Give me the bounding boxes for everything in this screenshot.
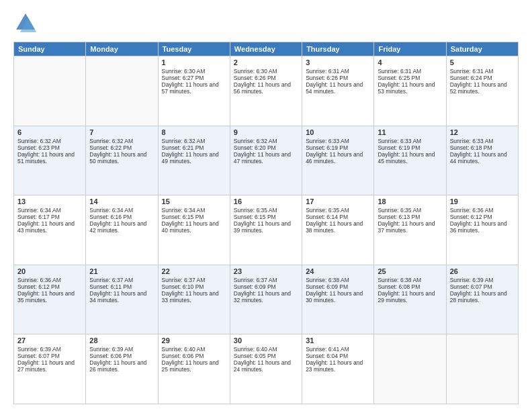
day-number: 28 — [89, 336, 154, 345]
calendar-cell: 16Sunrise: 6:35 AMSunset: 6:15 PMDayligh… — [230, 195, 302, 265]
calendar-cell: 15Sunrise: 6:34 AMSunset: 6:15 PMDayligh… — [158, 195, 230, 265]
calendar-cell: 6Sunrise: 6:32 AMSunset: 6:23 PMDaylight… — [14, 126, 86, 195]
calendar-cell: 30Sunrise: 6:40 AMSunset: 6:05 PMDayligh… — [230, 334, 302, 404]
cell-info: Daylight: 11 hours and 34 minutes. — [89, 290, 154, 304]
cell-info: Daylight: 11 hours and 27 minutes. — [17, 359, 82, 373]
cell-info: Sunset: 6:26 PM — [234, 75, 298, 81]
calendar-cell: 4Sunrise: 6:31 AMSunset: 6:25 PMDaylight… — [374, 56, 446, 126]
day-number: 5 — [450, 58, 515, 66]
cell-info: Sunset: 6:24 PM — [450, 75, 515, 81]
cell-info: Sunset: 6:06 PM — [162, 353, 226, 359]
cell-info: Daylight: 11 hours and 51 minutes. — [17, 151, 82, 165]
cell-info: Sunset: 6:22 PM — [89, 144, 154, 151]
col-header-thursday: Thursday — [302, 42, 374, 56]
cell-info: Sunset: 6:19 PM — [378, 144, 442, 151]
cell-info: Sunset: 6:26 PM — [306, 75, 370, 81]
calendar-cell: 14Sunrise: 6:34 AMSunset: 6:16 PMDayligh… — [86, 195, 158, 265]
cell-info: Daylight: 11 hours and 42 minutes. — [89, 220, 154, 234]
cell-info: Sunrise: 6:32 AM — [234, 138, 298, 144]
day-number: 11 — [378, 128, 442, 136]
cell-info: Sunrise: 6:36 AM — [17, 277, 82, 283]
cell-info: Daylight: 11 hours and 26 minutes. — [89, 359, 154, 373]
cell-info: Daylight: 11 hours and 46 minutes. — [306, 151, 370, 165]
cell-info: Daylight: 11 hours and 47 minutes. — [234, 151, 298, 165]
cell-info: Daylight: 11 hours and 37 minutes. — [378, 220, 442, 234]
cell-info: Sunset: 6:15 PM — [162, 214, 226, 220]
cell-info: Sunrise: 6:37 AM — [89, 277, 154, 283]
calendar-cell — [374, 334, 446, 404]
week-row-3: 13Sunrise: 6:34 AMSunset: 6:17 PMDayligh… — [14, 195, 519, 265]
cell-info: Sunset: 6:13 PM — [378, 214, 442, 220]
cell-info: Sunset: 6:05 PM — [234, 353, 298, 359]
day-number: 29 — [162, 336, 226, 345]
calendar-cell: 13Sunrise: 6:34 AMSunset: 6:17 PMDayligh… — [14, 195, 86, 265]
cell-info: Sunset: 6:15 PM — [234, 214, 298, 220]
cell-info: Sunrise: 6:33 AM — [450, 138, 515, 144]
cell-info: Sunrise: 6:32 AM — [17, 138, 82, 144]
header — [13, 11, 519, 35]
cell-info: Daylight: 11 hours and 43 minutes. — [17, 220, 82, 234]
calendar-cell: 20Sunrise: 6:36 AMSunset: 6:12 PMDayligh… — [14, 265, 86, 334]
day-number: 16 — [234, 197, 298, 205]
cell-info: Sunset: 6:07 PM — [17, 353, 82, 359]
day-number: 19 — [450, 197, 515, 205]
cell-info: Sunset: 6:09 PM — [306, 283, 370, 290]
calendar-cell: 24Sunrise: 6:38 AMSunset: 6:09 PMDayligh… — [302, 265, 374, 334]
calendar-cell — [86, 56, 158, 126]
cell-info: Daylight: 11 hours and 32 minutes. — [234, 290, 298, 304]
day-number: 31 — [306, 336, 370, 345]
day-number: 20 — [17, 267, 82, 275]
week-row-4: 20Sunrise: 6:36 AMSunset: 6:12 PMDayligh… — [14, 265, 519, 334]
cell-info: Sunrise: 6:33 AM — [306, 138, 370, 144]
cell-info: Daylight: 11 hours and 39 minutes. — [234, 220, 298, 234]
day-number: 27 — [17, 336, 82, 345]
cell-info: Sunset: 6:27 PM — [162, 75, 226, 81]
cell-info: Sunset: 6:12 PM — [17, 283, 82, 290]
col-header-friday: Friday — [374, 42, 446, 56]
col-header-wednesday: Wednesday — [230, 42, 302, 56]
calendar-cell: 29Sunrise: 6:40 AMSunset: 6:06 PMDayligh… — [158, 334, 230, 404]
cell-info: Sunrise: 6:40 AM — [162, 346, 226, 353]
day-number: 3 — [306, 58, 370, 66]
calendar-cell: 11Sunrise: 6:33 AMSunset: 6:19 PMDayligh… — [374, 126, 446, 195]
cell-info: Sunrise: 6:37 AM — [162, 277, 226, 283]
calendar-cell: 28Sunrise: 6:39 AMSunset: 6:06 PMDayligh… — [86, 334, 158, 404]
cell-info: Daylight: 11 hours and 25 minutes. — [162, 359, 226, 373]
day-number: 21 — [89, 267, 154, 275]
calendar-cell: 3Sunrise: 6:31 AMSunset: 6:26 PMDaylight… — [302, 56, 374, 126]
day-number: 10 — [306, 128, 370, 136]
col-header-saturday: Saturday — [446, 42, 518, 56]
calendar-cell — [446, 334, 518, 404]
cell-info: Daylight: 11 hours and 53 minutes. — [378, 81, 442, 95]
calendar-cell: 26Sunrise: 6:39 AMSunset: 6:07 PMDayligh… — [446, 265, 518, 334]
cell-info: Sunrise: 6:31 AM — [306, 68, 370, 75]
cell-info: Sunset: 6:08 PM — [378, 283, 442, 290]
cell-info: Sunset: 6:14 PM — [306, 214, 370, 220]
cell-info: Sunrise: 6:30 AM — [162, 68, 226, 75]
calendar-cell: 10Sunrise: 6:33 AMSunset: 6:19 PMDayligh… — [302, 126, 374, 195]
calendar-cell: 7Sunrise: 6:32 AMSunset: 6:22 PMDaylight… — [86, 126, 158, 195]
header-row: SundayMondayTuesdayWednesdayThursdayFrid… — [14, 42, 519, 56]
cell-info: Sunset: 6:18 PM — [450, 144, 515, 151]
calendar-cell: 31Sunrise: 6:41 AMSunset: 6:04 PMDayligh… — [302, 334, 374, 404]
cell-info: Sunset: 6:16 PM — [89, 214, 154, 220]
cell-info: Sunrise: 6:38 AM — [306, 277, 370, 283]
calendar-cell: 1Sunrise: 6:30 AMSunset: 6:27 PMDaylight… — [158, 56, 230, 126]
day-number: 15 — [162, 197, 226, 205]
cell-info: Daylight: 11 hours and 50 minutes. — [89, 151, 154, 165]
cell-info: Sunrise: 6:39 AM — [89, 346, 154, 353]
cell-info: Daylight: 11 hours and 38 minutes. — [306, 220, 370, 234]
cell-info: Daylight: 11 hours and 24 minutes. — [234, 359, 298, 373]
day-number: 1 — [162, 58, 226, 66]
cell-info: Sunrise: 6:37 AM — [234, 277, 298, 283]
calendar-cell — [14, 56, 86, 126]
calendar-cell: 18Sunrise: 6:35 AMSunset: 6:13 PMDayligh… — [374, 195, 446, 265]
calendar-cell: 8Sunrise: 6:32 AMSunset: 6:21 PMDaylight… — [158, 126, 230, 195]
cell-info: Sunrise: 6:30 AM — [234, 68, 298, 75]
calendar-cell: 21Sunrise: 6:37 AMSunset: 6:11 PMDayligh… — [86, 265, 158, 334]
cell-info: Sunrise: 6:31 AM — [450, 68, 515, 75]
cell-info: Sunset: 6:20 PM — [234, 144, 298, 151]
day-number: 9 — [234, 128, 298, 136]
cell-info: Daylight: 11 hours and 54 minutes. — [306, 81, 370, 95]
cell-info: Sunrise: 6:36 AM — [450, 207, 515, 214]
